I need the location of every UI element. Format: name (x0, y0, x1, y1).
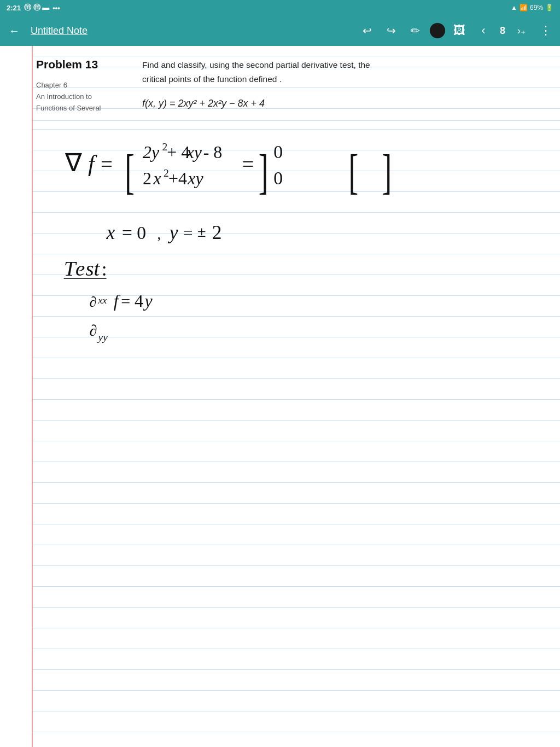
status-left: 2:21 ⓜ ⓜ ▬ ••• (7, 3, 60, 13)
status-bar: 2:21 ⓜ ⓜ ▬ ••• ▲ 📶 69% 🔋 (0, 0, 560, 15)
svg-text:0: 0 (273, 142, 283, 162)
problem-description: Find and classify, using the second part… (142, 58, 370, 87)
problem-title: Problem 13 (36, 58, 98, 71)
function-equation: f(x, y) = 2xy² + 2x²y − 8x + 4 (142, 98, 265, 109)
svg-text:]: ] (259, 145, 269, 199)
svg-text:y: y (168, 221, 178, 243)
svg-text:=: = (122, 223, 132, 243)
svg-text:2: 2 (212, 221, 222, 243)
svg-text:xy: xy (186, 143, 202, 162)
next-page-button[interactable]: ›₊ (512, 21, 532, 40)
notification-icons: ⓜ ⓜ ▬ (24, 3, 49, 13)
svg-text:±: ± (197, 223, 206, 240)
more-dots: ••• (52, 4, 60, 12)
undo-button[interactable]: ↩ (358, 21, 377, 40)
note-title[interactable]: Untitled Note (31, 25, 353, 37)
svg-text:t: t (94, 256, 101, 280)
svg-text::: : (102, 258, 107, 280)
svg-text:2: 2 (143, 169, 151, 188)
page-number: 8 (500, 25, 505, 37)
svg-text:s: s (85, 256, 94, 280)
time-display: 2:21 (7, 4, 21, 12)
svg-text:e: e (75, 256, 85, 280)
svg-text:=: = (121, 292, 130, 311)
svg-text:=: = (242, 152, 254, 176)
edit-button[interactable]: ✏ (406, 21, 425, 40)
svg-text:,: , (158, 226, 161, 242)
svg-text:x: x (106, 221, 115, 243)
color-picker[interactable] (430, 23, 445, 38)
more-options-button[interactable]: ⋮ (536, 21, 556, 40)
svg-text:yy: yy (97, 331, 108, 343)
svg-text:[: [ (348, 145, 358, 199)
status-icons: ▲ 📶 69% 🔋 (511, 4, 553, 11)
chapter-info: Chapter 6 An Introduction to Functions o… (36, 80, 101, 114)
left-margin (0, 46, 33, 747)
svg-text:‐ 8: ‐ 8 (203, 143, 223, 162)
prev-page-button[interactable]: ‹ (474, 21, 493, 40)
svg-text:0: 0 (273, 168, 283, 188)
svg-text:∂: ∂ (90, 294, 97, 310)
svg-text:f: f (114, 291, 121, 311)
svg-text:f: f (88, 150, 97, 176)
svg-text:[: [ (125, 145, 135, 199)
svg-text:4: 4 (135, 291, 143, 311)
notebook-canvas[interactable]: Problem 13 Chapter 6 An Introduction to … (33, 46, 560, 747)
battery-icon: 🔋 (545, 4, 553, 11)
divider-bottom (33, 120, 560, 121)
toolbar: ← Untitled Note ↩ ↪ ✏ 🖼 ‹ 8 ›₊ ⋮ (0, 15, 560, 46)
svg-text:∇: ∇ (65, 149, 82, 177)
svg-text:xx: xx (98, 295, 107, 306)
back-button[interactable]: ← (4, 21, 24, 40)
redo-button[interactable]: ↪ (382, 21, 401, 40)
image-button[interactable]: 🖼 (450, 21, 469, 40)
svg-text:0: 0 (137, 223, 146, 243)
svg-text:2y: 2y (143, 143, 160, 162)
svg-text:=: = (101, 152, 113, 176)
svg-text:+4: +4 (168, 169, 187, 188)
svg-text:]: ] (382, 145, 392, 199)
svg-text:y: y (143, 291, 153, 311)
svg-text:xy: xy (187, 169, 203, 188)
svg-text:∂: ∂ (90, 322, 97, 339)
divider-top (33, 56, 560, 56)
battery-text: 69% (530, 4, 543, 11)
svg-text:=: = (183, 224, 193, 243)
note-content: Problem 13 Chapter 6 An Introduction to … (33, 46, 560, 747)
signal-icon: ▲ (511, 4, 517, 11)
content-area: Problem 13 Chapter 6 An Introduction to … (0, 46, 560, 747)
svg-text:x: x (153, 169, 161, 188)
wifi-icon: 📶 (520, 4, 528, 11)
handwritten-content: ∇ f = [ 2y 2 + 4 xy ‐ 8 2 x 2 + (33, 125, 560, 464)
